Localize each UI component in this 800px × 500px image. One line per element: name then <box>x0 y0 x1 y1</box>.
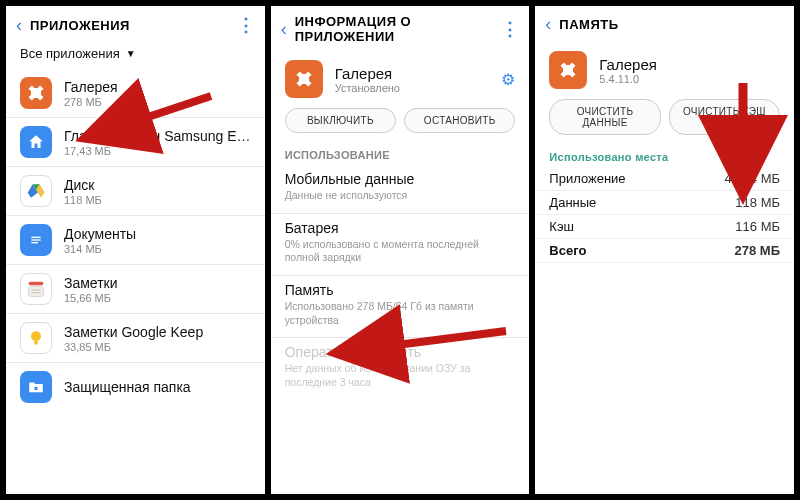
filter-label: Все приложения <box>20 46 120 61</box>
gallery-icon <box>549 51 587 89</box>
storage-data-row: Данные 118 МБ <box>535 191 794 215</box>
clear-cache-button[interactable]: ОЧИСТИТЬ КЭШ <box>669 99 780 135</box>
app-name: Заметки <box>64 275 251 291</box>
svg-rect-7 <box>29 286 44 296</box>
storage-row[interactable]: Память Использовано 278 МБ/64 Гб из памя… <box>271 276 530 338</box>
drive-icon <box>20 175 52 207</box>
app-name: Галерея <box>335 65 502 82</box>
app-item-notes[interactable]: Заметки 15,66 МБ <box>6 265 265 314</box>
storage-used-header: Использовано места <box>535 145 794 167</box>
app-item-docs[interactable]: Документы 314 МБ <box>6 216 265 265</box>
home-icon <box>20 126 52 158</box>
app-size: 17,43 МБ <box>64 145 251 157</box>
app-size: 33,85 МБ <box>64 341 251 353</box>
storage-screen: ‹ ПАМЯТЬ Галерея 5.4.11.0 ОЧИСТИТЬ ДАННЫ… <box>535 6 794 494</box>
docs-icon <box>20 224 52 256</box>
storage-total-row: Всего 278 МБ <box>535 239 794 263</box>
svg-rect-3 <box>31 237 40 238</box>
app-info-screen: ‹ ИНФОРМАЦИЯ О ПРИЛОЖЕНИИ ⋮ Галерея Уста… <box>271 6 530 494</box>
svg-rect-6 <box>29 282 44 286</box>
app-name: Заметки Google Keep <box>64 324 251 340</box>
chevron-down-icon: ▼ <box>126 48 136 59</box>
keep-icon <box>20 322 52 354</box>
app-name: Диск <box>64 177 251 193</box>
svg-rect-5 <box>31 242 38 243</box>
back-icon[interactable]: ‹ <box>281 19 287 40</box>
app-header: Галерея Установлено ⚙ <box>271 50 530 108</box>
app-header: Галерея 5.4.11.0 <box>535 41 794 99</box>
app-size: 118 МБ <box>64 194 251 206</box>
svg-point-10 <box>31 331 41 341</box>
back-icon[interactable]: ‹ <box>16 15 22 36</box>
app-name: Галерея <box>64 79 251 95</box>
ram-row[interactable]: Оперативная память Нет данных об использ… <box>271 338 530 399</box>
page-title: ИНФОРМАЦИЯ О ПРИЛОЖЕНИИ <box>295 14 502 44</box>
app-item-keep[interactable]: Заметки Google Keep 33,85 МБ <box>6 314 265 363</box>
svg-rect-4 <box>31 239 40 240</box>
mobile-data-row[interactable]: Мобильные данные Данные не используются <box>271 165 530 214</box>
gallery-icon <box>20 77 52 109</box>
button-row: ВЫКЛЮЧИТЬ ОСТАНОВИТЬ <box>271 108 530 143</box>
app-item-secure-folder[interactable]: Защищенная папка <box>6 363 265 411</box>
disable-button[interactable]: ВЫКЛЮЧИТЬ <box>285 108 396 133</box>
app-size: 278 МБ <box>64 96 251 108</box>
app-name: Защищенная папка <box>64 379 251 395</box>
app-item-drive[interactable]: Диск 118 МБ <box>6 167 265 216</box>
notes-icon <box>20 273 52 305</box>
usage-section-header: ИСПОЛЬЗОВАНИЕ <box>271 143 530 165</box>
gallery-icon <box>285 60 323 98</box>
header: ‹ ПАМЯТЬ <box>535 6 794 41</box>
header: ‹ ПРИЛОЖЕНИЯ ⋮ <box>6 6 265 42</box>
app-version: 5.4.11.0 <box>599 73 780 85</box>
storage-cache-row: Кэш 116 МБ <box>535 215 794 239</box>
more-icon[interactable]: ⋮ <box>501 18 519 40</box>
apps-list-screen: ‹ ПРИЛОЖЕНИЯ ⋮ Все приложения ▼ Галерея … <box>6 6 265 494</box>
storage-app-row: Приложение 44,04 МБ <box>535 167 794 191</box>
header: ‹ ИНФОРМАЦИЯ О ПРИЛОЖЕНИИ ⋮ <box>271 6 530 50</box>
clear-data-button[interactable]: ОЧИСТИТЬ ДАННЫЕ <box>549 99 660 135</box>
back-icon[interactable]: ‹ <box>545 14 551 35</box>
app-name: Галерея <box>599 56 780 73</box>
page-title: ПРИЛОЖЕНИЯ <box>30 18 237 33</box>
app-name: Главный экран Samsung Experie.. <box>64 128 251 144</box>
secure-folder-icon <box>20 371 52 403</box>
filter-dropdown[interactable]: Все приложения ▼ <box>6 42 265 69</box>
svg-rect-12 <box>35 387 38 390</box>
apps-list: Галерея 278 МБ Главный экран Samsung Exp… <box>6 69 265 494</box>
app-name: Документы <box>64 226 251 242</box>
gear-icon[interactable]: ⚙ <box>501 70 515 89</box>
page-title: ПАМЯТЬ <box>559 17 784 32</box>
app-size: 15,66 МБ <box>64 292 251 304</box>
app-item-gallery[interactable]: Галерея 278 МБ <box>6 69 265 118</box>
button-row: ОЧИСТИТЬ ДАННЫЕ ОЧИСТИТЬ КЭШ <box>535 99 794 145</box>
app-size: 314 МБ <box>64 243 251 255</box>
svg-rect-11 <box>34 341 37 345</box>
stop-button[interactable]: ОСТАНОВИТЬ <box>404 108 515 133</box>
app-status: Установлено <box>335 82 502 94</box>
battery-row[interactable]: Батарея 0% использовано с момента послед… <box>271 214 530 276</box>
more-icon[interactable]: ⋮ <box>237 14 255 36</box>
app-item-home[interactable]: Главный экран Samsung Experie.. 17,43 МБ <box>6 118 265 167</box>
